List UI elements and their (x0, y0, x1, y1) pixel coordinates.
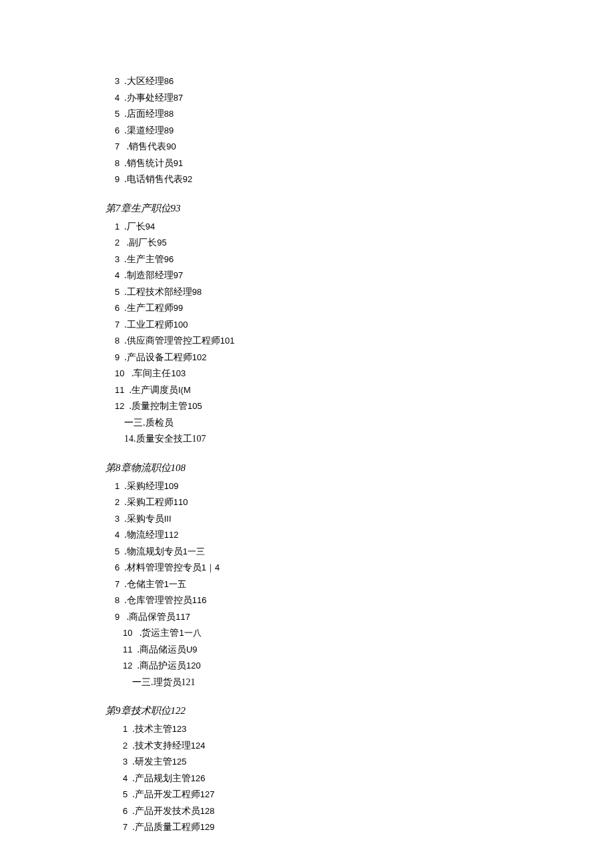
toc-item: 1 .厂长94 (115, 219, 614, 236)
toc-item-page: 87 (174, 93, 183, 103)
toc-item-text: 技术主管 (135, 724, 172, 734)
toc-item-text: 生产调度员 (131, 385, 178, 395)
toc-item-separator: . (119, 174, 127, 184)
toc-item: 10 .货运主管1一八 (123, 625, 614, 642)
toc-item: 11 .商品储运员U9 (123, 642, 614, 659)
toc-item-separator: . (119, 546, 127, 556)
toc-item-separator: . (127, 724, 135, 734)
toc-item-text: 技术支持经理 (135, 741, 191, 751)
toc-item-page: 1一八 (179, 628, 201, 638)
toc-item-text: 质量控制主管 (131, 401, 188, 411)
chapter-number: 7 (115, 203, 121, 213)
toc-item-separator: . (119, 497, 127, 507)
chapter-prefix: 第 (105, 203, 115, 213)
toc-item-page: 95 (157, 238, 166, 248)
toc-item-page: 125 (172, 757, 187, 767)
toc-item: 1 .技术主管123 (123, 721, 614, 738)
toc-item-text: 销售代表 (129, 141, 166, 151)
toc-item-separator: . (132, 661, 139, 671)
toc-item-list: 1 .技术主管1232 .技术支持经理1243 .研发主管1254 .产品规划主… (105, 721, 614, 836)
toc-item-text: 货运主管 (141, 628, 179, 638)
toc-item-separator: . (119, 109, 127, 119)
toc-item: 6 .渠道经理89 (115, 123, 614, 139)
toc-item-separator: . (119, 481, 127, 491)
toc-item-separator: . (119, 222, 127, 232)
toc-item-text: 渠道经理 (127, 125, 164, 135)
toc-item: 10 .车间主任103 (115, 366, 614, 382)
toc-item-text: 车间主任 (133, 368, 171, 378)
toc-item-list: 10 .货运主管1一八11 .商品储运员U912 .商品护运员120一三.理货员… (105, 625, 614, 691)
toc-item: 7 .销售代表90 (115, 139, 614, 155)
toc-item-raw: 一三.质检员 (124, 418, 174, 428)
toc-item-text: 产品设备工程师 (127, 352, 192, 362)
toc-content: 3 .大区经理864 .办事处经理875 .店面经理886 .渠道经理897 .… (105, 73, 614, 836)
toc-item-page: 96 (164, 254, 174, 264)
toc-item-page: 110 (174, 497, 188, 507)
chapter-title: 章生产职位 (121, 203, 171, 213)
toc-item-separator: . (124, 401, 131, 411)
toc-item: 8 .供应商管理管控工程师101 (115, 333, 614, 350)
toc-item: 5 .工程技术部经理98 (115, 284, 614, 301)
toc-item: 5 .产品开发工程师127 (123, 787, 614, 803)
toc-item: 2 .采购工程师110 (115, 494, 614, 511)
toc-item-text: 商品护运员 (139, 661, 186, 671)
toc-item-page: 1｜4 (202, 562, 220, 572)
toc-item-page: 117 (176, 612, 190, 622)
toc-item-page: 99 (174, 303, 183, 313)
toc-item-page: 94 (145, 222, 155, 232)
toc-item-page: 116 (192, 595, 207, 605)
toc-item: 7 .工业工程师100 (115, 317, 614, 334)
toc-item-page: 92 (183, 174, 192, 184)
toc-item-separator: . (119, 158, 127, 168)
toc-item: 2 .技术支持经理124 (123, 738, 614, 755)
toc-item-separator: . (119, 303, 127, 313)
toc-item-page: 120 (186, 661, 201, 671)
toc-item-text: 仓储主管 (127, 579, 164, 589)
toc-item-number: 12 (115, 401, 124, 411)
toc-item-separator: . (119, 336, 127, 346)
toc-item: 4 .产品规划主管126 (123, 771, 614, 787)
toc-item-text: 材料管理管控专员 (127, 562, 202, 572)
toc-item: 6 .生产工程师99 (115, 300, 614, 317)
toc-item-page: 91 (174, 158, 183, 168)
toc-item: 一三.质检员 (115, 415, 614, 432)
toc-item-number: 12 (123, 661, 132, 671)
toc-item-separator: . (127, 757, 135, 767)
toc-item: 14.质量安全技工107 (115, 431, 614, 448)
toc-item-text: 仓库管理管控员 (127, 595, 192, 605)
toc-item: 7 .产品质量工程师129 (123, 819, 614, 836)
toc-item-text: 采购工程师 (127, 497, 174, 507)
toc-item-list: 1 .采购经理1092 .采购工程师1103 .采购专员III4 .物流经理11… (105, 478, 614, 626)
toc-item-separator: . (132, 644, 139, 655)
toc-item-separator: . (119, 254, 127, 264)
toc-item-separator: . (119, 514, 127, 524)
toc-item-page: U9 (186, 644, 198, 655)
toc-item: 5 .店面经理88 (115, 106, 614, 123)
toc-item-text: 大区经理 (127, 76, 164, 86)
toc-item-text: 产品规划主管 (135, 773, 191, 783)
toc-item-separator: . (124, 368, 133, 378)
toc-item-text: 采购专员 (127, 514, 164, 524)
toc-item: 9 .商品保管员117 (115, 609, 614, 626)
toc-item-text: 店面经理 (127, 109, 164, 119)
toc-item-page: 98 (192, 287, 202, 297)
toc-item-separator: . (119, 125, 127, 135)
toc-item: 9 .电话销售代表92 (115, 171, 614, 188)
toc-item-number: 11 (115, 385, 124, 395)
toc-item-page: 100 (174, 320, 188, 330)
toc-item: 一三.理货员121 (123, 675, 614, 691)
chapter-number: 8 (115, 462, 121, 473)
toc-item-separator: . (119, 141, 129, 151)
toc-item-text: 办事处经理 (127, 93, 174, 103)
toc-item-text: 电话销售代表 (127, 174, 183, 184)
toc-item-separator: . (127, 773, 135, 783)
toc-item-page: III (164, 514, 172, 524)
toc-item-page: 126 (191, 773, 206, 783)
toc-item-separator: . (119, 612, 129, 622)
toc-item: 4 .办事处经理87 (115, 90, 614, 107)
toc-item-text: 供应商管理管控工程师 (127, 336, 220, 346)
toc-item-text: 销售统计员 (127, 158, 174, 168)
toc-item-separator: . (119, 76, 127, 86)
toc-item: 8 .销售统计员91 (115, 155, 614, 172)
toc-item-page: 112 (164, 530, 179, 540)
